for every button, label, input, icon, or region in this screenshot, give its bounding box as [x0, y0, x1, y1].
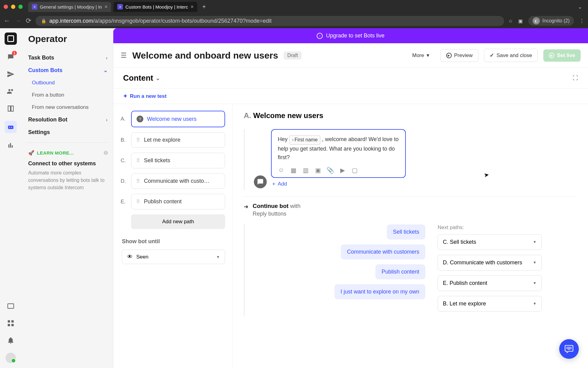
reply-btn-explore[interactable]: I just want to explore on my own	[334, 284, 425, 299]
window-close[interactable]	[4, 5, 8, 9]
drag-icon[interactable]: ⠿	[136, 199, 140, 205]
sidebar-task-bots[interactable]: Task Bots ›	[26, 52, 113, 64]
user-avatar[interactable]	[6, 353, 16, 363]
nav-contacts[interactable]	[6, 86, 16, 96]
reload-button[interactable]: ⟳	[26, 17, 31, 25]
next-path-select-4[interactable]: B. Let me explore▼	[438, 296, 542, 312]
more-button[interactable]: More▾	[407, 49, 435, 62]
sparkle-icon: ✦	[123, 93, 127, 99]
app-icon[interactable]: ▢	[351, 167, 358, 174]
intercom-logo[interactable]	[5, 33, 17, 45]
svg-point-2	[11, 127, 12, 128]
sidebar-outbound[interactable]: Outbound	[26, 77, 113, 89]
nav-inbox[interactable]: 1	[6, 52, 16, 62]
upgrade-banner[interactable]: ↑ Upgrade to set Bots live	[113, 28, 588, 43]
path-letter: E.	[121, 199, 127, 205]
nav-articles[interactable]	[6, 104, 16, 113]
tab-bar: ≡ General settings | Moodjoy | In × ≡ Cu…	[0, 0, 588, 13]
gif-icon[interactable]: ▦	[290, 167, 297, 174]
reply-btn-publish[interactable]: Publish content	[375, 264, 425, 279]
tab-close-icon[interactable]: ×	[190, 4, 194, 10]
browser-tab-2[interactable]: ≡ Custom Bots | Moodjoy | Interc ×	[114, 2, 197, 12]
upgrade-icon: ↑	[317, 33, 323, 39]
page-title: Welcome and onboard new users	[132, 50, 278, 61]
page-header: ☰ Welcome and onboard new users Draft Mo…	[113, 43, 588, 68]
set-live-button[interactable]: ▶ Set live	[543, 49, 581, 62]
intercom-launcher[interactable]	[559, 339, 579, 359]
browser-tab-1[interactable]: ≡ General settings | Moodjoy | In ×	[28, 2, 111, 12]
sidebar-custom-bots[interactable]: Custom Bots ⌄	[26, 64, 113, 77]
section-title[interactable]: Content ⌄	[123, 73, 160, 83]
expand-icon[interactable]: ⛶	[573, 75, 578, 81]
next-path-select-3[interactable]: E. Publish content▼	[438, 275, 542, 291]
drag-icon[interactable]: ⠿	[136, 137, 140, 143]
path-card-a[interactable]: ? Welcome new users	[131, 111, 225, 127]
attachment-icon[interactable]: 📎	[327, 167, 334, 174]
run-test-link[interactable]: ✦ Run a new test	[123, 93, 578, 99]
reply-section: Sell tickets Communicate with customers …	[244, 224, 577, 316]
nav-outbound[interactable]	[6, 69, 16, 79]
continue-subtext: Reply buttons	[253, 211, 300, 217]
nav-apps[interactable]	[6, 318, 16, 328]
star-icon[interactable]: ☆	[508, 18, 513, 24]
caret-down-icon: ▼	[533, 281, 537, 285]
preview-button[interactable]: ▶ Preview	[440, 49, 478, 62]
url-input[interactable]: 🔒 app.intercom.com/a/apps/nnsgmgob/opera…	[36, 16, 504, 26]
incognito-icon: ◐	[533, 17, 540, 25]
path-row-d: D. ⠿ Communicate with custo…	[121, 173, 225, 189]
back-button[interactable]: ←	[4, 17, 10, 25]
path-letter: A.	[121, 116, 127, 122]
next-path-select-2[interactable]: D. Communicate with customers▼	[438, 255, 542, 270]
path-card-c[interactable]: ⠿ Sell tickets	[131, 153, 225, 168]
reply-btn-communicate[interactable]: Communicate with customers	[341, 244, 425, 259]
menu-icon[interactable]: ⋮	[579, 18, 584, 24]
nav-notifications[interactable]	[6, 335, 16, 345]
show-until-select[interactable]: 👁 Seen ▼	[122, 250, 225, 264]
message-bubble[interactable]: Hey ‹›First name , welcome aboard! We'd …	[271, 129, 406, 178]
tab-close-icon[interactable]: ×	[104, 4, 108, 10]
next-path-select-1[interactable]: C. Sell tickets▼	[438, 234, 542, 250]
video-icon[interactable]: ▶	[339, 167, 346, 174]
image-icon[interactable]: ▣	[315, 167, 321, 174]
sidebar-toggle-icon[interactable]: ☰	[121, 52, 127, 59]
nav-reports[interactable]	[6, 140, 16, 150]
nav-messages[interactable]	[6, 301, 16, 311]
incognito-badge[interactable]: ◐ Incognito (2)	[528, 16, 574, 26]
section-header: Content ⌄ ⛶	[113, 68, 588, 89]
caret-down-icon: ▼	[533, 301, 537, 306]
new-tab-button[interactable]: +	[200, 2, 208, 12]
tab-1-title: General settings | Moodjoy | In	[40, 4, 102, 10]
path-row-e: E. ⠿ Publish content	[121, 194, 225, 209]
sidebar-settings[interactable]: Settings	[26, 126, 113, 139]
sidebar-from-button[interactable]: From a button	[26, 89, 113, 101]
caret-down-icon: ▼	[533, 240, 537, 244]
article-icon[interactable]: ▥	[302, 167, 309, 174]
variable-chip[interactable]: ‹›First name	[289, 135, 320, 145]
save-close-button[interactable]: ✓ Save and close	[484, 49, 538, 62]
collapse-icon[interactable]: ⊖	[104, 149, 108, 156]
path-card-b[interactable]: ⠿ Let me explore	[131, 132, 225, 148]
sidebar-from-new-conv[interactable]: From new conversations	[26, 101, 113, 113]
eye-icon: 👁	[127, 254, 133, 260]
svg-rect-6	[8, 324, 10, 326]
reply-btn-sell-tickets[interactable]: Sell tickets	[387, 224, 425, 240]
message-text[interactable]: Hey ‹›First name , welcome aboard! We'd …	[278, 135, 399, 162]
arrow-right-icon: ➜	[244, 203, 248, 210]
emoji-icon[interactable]: ☺	[278, 167, 285, 174]
add-message-link[interactable]: + Add	[271, 178, 406, 190]
drag-icon[interactable]: ⠿	[136, 158, 140, 163]
panel-icon[interactable]: ▣	[518, 18, 523, 24]
path-card-e[interactable]: ⠿ Publish content	[131, 194, 225, 209]
chevron-right-icon: ›	[106, 55, 107, 61]
nav-operator[interactable]	[5, 121, 17, 133]
icon-rail: 1	[0, 28, 21, 368]
window-minimize[interactable]	[11, 5, 15, 9]
canvas-title: A. Welcome new users	[244, 111, 577, 120]
tabs-dropdown-icon[interactable]: ⌄	[578, 4, 584, 10]
sidebar-resolution-bot[interactable]: Resolution Bot ›	[26, 113, 113, 126]
drag-icon[interactable]: ⠿	[136, 178, 140, 184]
window-maximize[interactable]	[18, 5, 23, 9]
window-controls	[4, 5, 23, 9]
add-path-button[interactable]: Add new path	[131, 214, 225, 229]
path-card-d[interactable]: ⠿ Communicate with custo…	[131, 173, 225, 189]
